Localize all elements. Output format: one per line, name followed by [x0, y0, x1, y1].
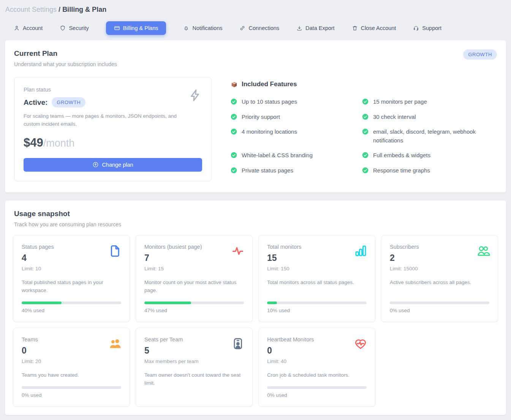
- usage-card-description: Total monitors across all status pages.: [267, 279, 367, 287]
- usage-card-value: 4: [22, 253, 121, 263]
- usage-card-description: Team owner doesn't count toward the seat…: [144, 371, 244, 387]
- change-plan-label: Change plan: [102, 162, 133, 168]
- feature-item: Response time graphs: [362, 166, 497, 175]
- tab-label: Billing & Plans: [123, 25, 158, 31]
- check-icon: [362, 98, 369, 105]
- usage-percent-label: 10% used: [267, 308, 367, 313]
- usage-card-value: 0: [267, 346, 367, 356]
- change-plan-button[interactable]: Change plan: [24, 158, 202, 172]
- usage-card-heartbeat-monitors: Heartbeat Monitors0Limit: 40Cron job & s…: [258, 328, 375, 407]
- usage-card-status-pages: Status pages4Limit: 10Total published st…: [13, 235, 130, 322]
- tab-account[interactable]: Account: [14, 21, 43, 35]
- breadcrumb-separator: /: [59, 6, 62, 13]
- heart-pulse-icon: [354, 337, 367, 351]
- activity-icon: [231, 244, 245, 258]
- check-icon: [362, 152, 369, 158]
- feature-item: Full embeds & widgets: [362, 151, 497, 160]
- usage-percent-label: 47% used: [144, 308, 244, 313]
- plan-price: $49/month: [24, 136, 202, 150]
- check-icon: [231, 167, 237, 174]
- usage-card-title: Status pages: [22, 244, 121, 250]
- page-title: Billing & Plan: [62, 6, 106, 13]
- current-plan-title: Current Plan: [14, 49, 117, 58]
- usage-subtitle: Track how you are consuming plan resourc…: [14, 221, 121, 227]
- usage-progress: 0% used: [390, 295, 489, 313]
- plan-status-label: Plan status: [24, 87, 202, 93]
- usage-card-seats-per-team: Seats per Team5Max members per teamTeam …: [136, 328, 253, 407]
- usage-snapshot-panel: Usage snapshot Track how you are consumi…: [5, 201, 506, 415]
- usage-card-limit: Max members per team: [144, 358, 244, 364]
- price-amount: $49: [24, 136, 43, 149]
- progress-fill: [267, 302, 277, 304]
- feature-item: Priority support: [231, 113, 356, 122]
- feature-label: 4 monitoring locations: [242, 128, 297, 136]
- check-icon: [362, 167, 369, 174]
- tab-connections[interactable]: Connections: [239, 21, 279, 35]
- usage-title: Usage snapshot: [14, 210, 121, 218]
- progress-track: [390, 302, 489, 304]
- users-filled-icon: [108, 337, 122, 351]
- usage-card-description: Active subscribers across all pages.: [390, 279, 489, 287]
- shield-icon: [60, 25, 66, 31]
- price-period: /month: [43, 137, 75, 149]
- features-grid: Up to 10 status pages15 monitors per pag…: [231, 98, 497, 175]
- usage-progress: 40% used: [22, 295, 121, 313]
- tab-data-export[interactable]: Data Export: [296, 21, 335, 35]
- user-icon: [14, 25, 20, 31]
- usage-progress: 47% used: [144, 295, 244, 313]
- tab-notifications[interactable]: Notifications: [183, 21, 222, 35]
- progress-fill: [22, 302, 62, 304]
- headset-icon: [413, 25, 419, 31]
- progress-track: [267, 302, 367, 304]
- usage-grid: Status pages4Limit: 10Total published st…: [5, 227, 506, 415]
- usage-percent-label: 0% used: [390, 308, 489, 313]
- tab-security[interactable]: Security: [60, 21, 89, 35]
- tab-label: Connections: [248, 25, 279, 31]
- feature-item: Private status pages: [231, 166, 356, 175]
- progress-track: [22, 386, 121, 389]
- feature-item: 15 monitors per page: [362, 98, 497, 106]
- feature-item: White-label & CSS branding: [231, 151, 356, 160]
- included-features-title: Included Features: [242, 81, 297, 88]
- arrow-up-circle-icon: [92, 161, 99, 168]
- plan-badge: GROWTH: [463, 49, 497, 60]
- tab-billing-plans[interactable]: Billing & Plans: [106, 21, 166, 35]
- download-icon: [296, 25, 302, 31]
- id-badge-icon: [231, 337, 245, 351]
- plan-status-value: Active:: [24, 98, 47, 107]
- tab-bar: AccountSecurityBilling & PlansNotificati…: [0, 16, 511, 40]
- usage-card-title: Monitors (busiest page): [144, 244, 244, 250]
- progress-track: [144, 302, 244, 304]
- usage-card-monitors-busiest-page: Monitors (busiest page)7Limit: 15Monitor…: [136, 235, 253, 322]
- credit-card-icon: [114, 25, 120, 31]
- usage-card-value: 15: [267, 253, 367, 263]
- progress-track: [22, 302, 121, 304]
- tab-close-account[interactable]: Close Account: [352, 21, 396, 35]
- usage-card-subscribers: Subscribers2Limit: 15000Active subscribe…: [381, 235, 498, 322]
- plan-status-badge: GROWTH: [52, 97, 85, 107]
- usage-card-limit: Limit: 15: [144, 266, 244, 272]
- lightning-icon: [188, 87, 202, 103]
- usage-card-description: Monitor count on your most active status…: [144, 279, 244, 295]
- usage-percent-label: 40% used: [22, 308, 121, 313]
- usage-card-total-monitors: Total monitors15Limit: 150Total monitors…: [258, 235, 375, 322]
- tab-label: Support: [422, 25, 441, 31]
- feature-label: Full embeds & widgets: [373, 151, 430, 160]
- usage-card-teams: Teams0Limit: 20Teams you have created.0%…: [13, 328, 130, 407]
- feature-item: Up to 10 status pages: [231, 98, 356, 106]
- usage-card-description: Total published status pages in your wor…: [22, 279, 121, 295]
- usage-card-value: 0: [22, 346, 121, 356]
- feature-label: Response time graphs: [373, 166, 430, 175]
- file-icon: [108, 244, 122, 258]
- trash-icon: [352, 25, 358, 31]
- usage-card-limit: Limit: 20: [22, 358, 121, 364]
- tab-label: Security: [69, 25, 89, 31]
- breadcrumb-section[interactable]: Account Settings: [5, 6, 57, 13]
- usage-percent-label: 0% used: [22, 392, 121, 398]
- bell-icon: [183, 25, 189, 31]
- usage-card-limit: Limit: 15000: [390, 266, 489, 272]
- feature-label: Up to 10 status pages: [242, 98, 297, 106]
- plan-status-card: Plan status Active: GROWTH For scaling t…: [14, 77, 212, 181]
- current-plan-subtitle: Understand what your subscription includ…: [14, 61, 117, 67]
- tab-support[interactable]: Support: [413, 21, 441, 35]
